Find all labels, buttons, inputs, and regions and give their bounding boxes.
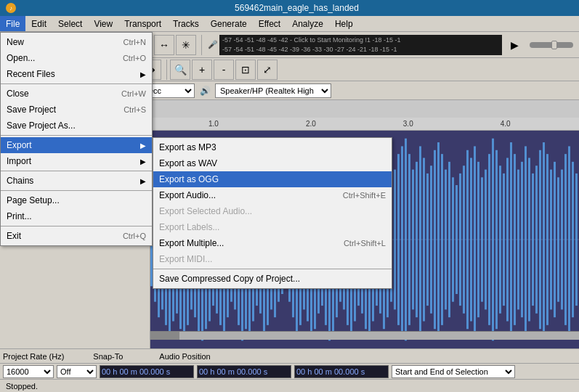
volume-icon[interactable]: 🔊 (198, 83, 212, 98)
save-compressed-copy[interactable]: Save Compressed Copy of Project... (153, 271, 392, 287)
menu-tracks[interactable]: Tracks (167, 16, 205, 31)
svg-rect-99 (503, 173, 505, 306)
menu-print[interactable]: Print... (1, 208, 152, 224)
menu-analyze[interactable]: Analyze (286, 16, 329, 31)
output-device-select[interactable]: Speaker/HP (Realtek High (215, 83, 331, 98)
menu-help[interactable]: Help (329, 16, 359, 31)
h-scrollbar-thumb (150, 332, 179, 340)
export-labels: Export Labels... (153, 219, 392, 235)
menu-new[interactable]: New Ctrl+N (1, 34, 152, 50)
bottom-bar: Project Rate (Hz) Snap-To Audio Position… (0, 348, 579, 392)
project-rate-label: Project Rate (Hz) (3, 352, 64, 361)
svg-rect-74 (412, 170, 414, 310)
vu-bottom-scale: -57 -54 -51 -48 -45 -42 -39 -36 -33 -30 … (222, 46, 499, 53)
svg-rect-85 (452, 177, 454, 301)
selection-mode-select[interactable]: Start and End of Selection (392, 365, 515, 378)
menu-view[interactable]: View (88, 16, 118, 31)
svg-rect-100 (506, 158, 509, 322)
ruler-mark-4: 4.0 (501, 120, 511, 128)
svg-rect-101 (510, 142, 512, 337)
svg-rect-103 (517, 170, 519, 310)
playback-volume-slider[interactable] (530, 42, 573, 48)
menu-transport[interactable]: Transport (118, 16, 167, 31)
svg-rect-96 (492, 139, 494, 341)
menu-select[interactable]: Select (52, 16, 88, 31)
menu-sep-3 (1, 171, 152, 171)
menu-sep-1 (1, 83, 152, 84)
menu-effect[interactable]: Effect (253, 16, 286, 31)
svg-rect-76 (419, 146, 421, 332)
svg-rect-83 (445, 170, 447, 310)
export-multiple[interactable]: Export Multiple... Ctrl+Shift+L (153, 235, 392, 251)
vu-meter[interactable]: -57 -54 -51 -48 -45 -42 - Click to Start… (219, 35, 502, 55)
export-multiple-shortcut: Ctrl+Shift+L (344, 239, 386, 248)
vu-top-scale: -57 -54 -51 -48 -45 -42 - Click to Start… (222, 36, 499, 44)
menu-save-project[interactable]: Save Project Ctrl+S (1, 102, 152, 118)
menu-open[interactable]: Open... Ctrl+O (1, 50, 152, 66)
svg-rect-116 (564, 154, 567, 325)
menu-page-setup[interactable]: Page Setup... (1, 192, 152, 208)
submenu-sep-1 (153, 269, 392, 269)
menu-chains[interactable]: Chains ▶ (1, 173, 152, 189)
menu-export[interactable]: Export ▶ (1, 137, 152, 153)
selection-start-input[interactable] (197, 365, 291, 378)
svg-rect-102 (514, 154, 516, 325)
menu-import[interactable]: Import ▶ (1, 153, 152, 169)
vu-label: 🎤 (208, 40, 218, 49)
svg-rect-71 (401, 146, 403, 332)
menu-edit[interactable]: Edit (25, 16, 52, 31)
zoom-in-button[interactable]: + (192, 60, 212, 80)
status-bar: Stopped. (0, 380, 579, 392)
export-audio[interactable]: Export Audio... Ctrl+Shift+E (153, 187, 392, 203)
zoom-full-button[interactable]: ⤢ (257, 60, 278, 80)
svg-rect-84 (448, 162, 450, 317)
export-ogg[interactable]: Export as OGG (153, 171, 392, 187)
svg-rect-93 (481, 177, 483, 301)
menu-recent-files[interactable]: Recent Files ▶ (1, 66, 152, 82)
svg-rect-112 (550, 170, 552, 310)
menu-sep-2 (1, 135, 152, 136)
multi-tool[interactable]: ✳ (176, 35, 196, 55)
time-shift-tool[interactable]: ↔ (154, 35, 174, 55)
file-menu-panel: New Ctrl+N Open... Ctrl+O Recent Files ▶… (0, 32, 153, 246)
status-text: Stopped. (6, 382, 38, 391)
snap-to-select[interactable]: Off (57, 365, 97, 378)
menu-close[interactable]: Close Ctrl+W (1, 86, 152, 102)
export-selected-audio: Export Selected Audio... (153, 203, 392, 219)
project-rate-select[interactable]: 16000 (3, 365, 54, 378)
svg-rect-94 (485, 170, 487, 310)
h-scrollbar[interactable] (150, 331, 579, 340)
playback-volume-icon[interactable]: ▶ (503, 35, 525, 55)
export-mp3[interactable]: Export as MP3 (153, 139, 392, 155)
svg-rect-77 (423, 158, 425, 322)
svg-rect-80 (434, 150, 436, 329)
snap-to-label: Snap-To (93, 352, 123, 361)
menu-file[interactable]: File (0, 16, 25, 31)
svg-rect-75 (416, 162, 418, 317)
ruler-mark-2: 2.0 (306, 120, 316, 128)
svg-rect-92 (477, 162, 479, 317)
audio-position-label: Audio Position (159, 352, 210, 361)
zoom-out-button[interactable]: - (214, 60, 234, 80)
zoom-fit-button[interactable]: ⊡ (235, 60, 256, 80)
svg-rect-78 (426, 173, 429, 306)
zoom-normal-button[interactable]: 🔍 (170, 60, 190, 80)
bottom-row-controls: 16000 Off Start and End of Selection (0, 364, 579, 380)
title-bar: ♪ 569462main_eagle_has_landed (0, 0, 579, 16)
svg-rect-70 (397, 154, 400, 325)
svg-rect-79 (430, 166, 432, 314)
svg-rect-117 (568, 146, 570, 332)
menu-sep-5 (1, 226, 152, 226)
svg-rect-97 (495, 150, 498, 329)
audio-position-input[interactable] (100, 365, 194, 378)
menu-save-project-as[interactable]: Save Project As... (1, 118, 152, 134)
svg-rect-72 (405, 139, 407, 341)
app-icon: ♪ (6, 3, 16, 13)
svg-rect-115 (561, 170, 563, 310)
selection-end-input[interactable] (294, 365, 389, 378)
export-wav[interactable]: Export as WAV (153, 155, 392, 171)
export-submenu-panel: Export as MP3 Export as WAV Export as OG… (153, 137, 392, 289)
svg-rect-118 (572, 162, 574, 317)
menu-exit[interactable]: Exit Ctrl+Q (1, 228, 152, 244)
menu-generate[interactable]: Generate (205, 16, 253, 31)
